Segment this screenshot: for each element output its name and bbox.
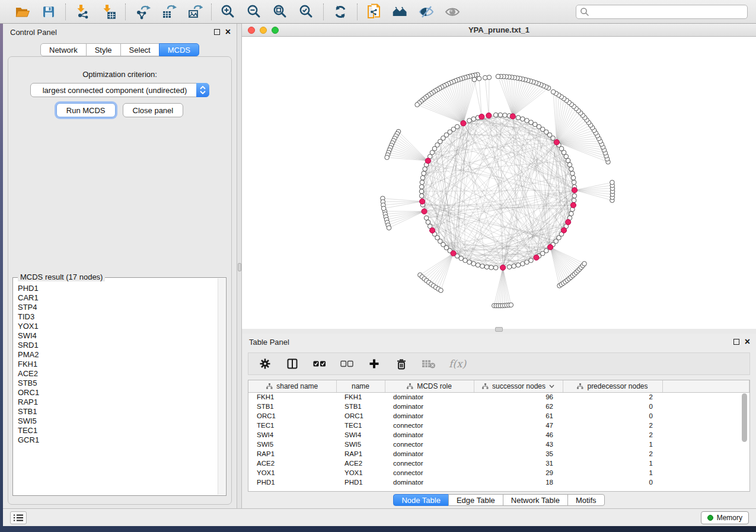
- search-field-wrap: [576, 5, 748, 19]
- status-bar: Memory: [3, 508, 756, 526]
- mcds-result-item[interactable]: STB1: [18, 407, 218, 416]
- search-input[interactable]: [576, 5, 748, 19]
- table-row[interactable]: YOX1YOX1connector291: [248, 468, 749, 477]
- import-table-icon[interactable]: [100, 4, 117, 20]
- export-table-icon[interactable]: [160, 4, 177, 20]
- clone-network-icon[interactable]: [366, 4, 382, 20]
- table-row[interactable]: TEC1TEC1connector472: [248, 421, 749, 430]
- mcds-result-item[interactable]: GCR1: [18, 435, 218, 445]
- table-scrollbar-thumb[interactable]: [742, 393, 747, 442]
- zoom-out-icon[interactable]: [246, 4, 263, 20]
- criterion-select[interactable]: largest connected component (undirected): [30, 83, 209, 97]
- mcds-result-item[interactable]: SWI5: [18, 416, 218, 426]
- mcds-result-scrollbar[interactable]: [218, 278, 225, 495]
- save-session-icon[interactable]: [40, 4, 57, 20]
- zoom-selected-icon[interactable]: [298, 4, 315, 20]
- delete-column-icon[interactable]: [394, 357, 409, 371]
- shared-column-icon: [266, 383, 273, 389]
- table-row[interactable]: FKH1FKH1dominator962: [248, 392, 749, 402]
- run-mcds-button[interactable]: Run MCDS: [56, 103, 116, 117]
- mcds-result-item[interactable]: RAP1: [18, 398, 218, 407]
- shared-column-icon: [482, 383, 489, 389]
- splitter-grip[interactable]: [238, 263, 241, 271]
- tab-network[interactable]: Network: [40, 43, 87, 56]
- float-window-icon[interactable]: [214, 29, 220, 35]
- network-canvas[interactable]: [242, 37, 756, 329]
- mcds-result-list[interactable]: PHD1CAR1STP4TID3YOX1SWI4SRD1PMA2FKH1ACE2…: [18, 284, 218, 494]
- mcds-result-item[interactable]: FKH1: [18, 360, 218, 369]
- table-row[interactable]: RAP1RAP1dominator352: [248, 449, 749, 459]
- tab-edge-table[interactable]: Edge Table: [448, 494, 503, 506]
- split-panel-icon[interactable]: [285, 357, 299, 371]
- tab-select[interactable]: Select: [120, 43, 160, 56]
- deselect-all-icon[interactable]: [340, 357, 354, 371]
- vertical-splitter[interactable]: [237, 24, 242, 508]
- task-history-button[interactable]: [10, 511, 27, 524]
- shared-column-icon: [577, 383, 583, 389]
- hide-details-icon[interactable]: [418, 4, 435, 20]
- mcds-result-item[interactable]: ACE2: [18, 369, 218, 379]
- mcds-result-item[interactable]: TID3: [18, 312, 218, 322]
- mcds-result-item[interactable]: TEC1: [18, 426, 218, 435]
- import-network-icon[interactable]: [74, 4, 91, 20]
- mcds-result-item[interactable]: SWI4: [18, 331, 218, 341]
- criterion-select-value: largest connected component (undirected): [31, 86, 196, 95]
- search-icon: [580, 7, 589, 18]
- tab-mcds[interactable]: MCDS: [159, 43, 199, 56]
- select-all-icon[interactable]: [312, 357, 327, 371]
- mcds-result-group: MCDS result (17 nodes) PHD1CAR1STP4TID3Y…: [12, 277, 227, 496]
- function-builder-icon: f(x): [449, 358, 466, 370]
- cytoscape-app: Control Panel × Network Style Select MCD…: [0, 0, 756, 532]
- tab-node-table[interactable]: Node Table: [393, 494, 449, 506]
- node-table-wrap: shared name name MCDS role successor nod…: [248, 380, 750, 492]
- mcds-result-item[interactable]: ORC1: [18, 388, 218, 398]
- main-toolbar: [0, 0, 756, 24]
- mcds-result-item[interactable]: YOX1: [18, 322, 218, 331]
- mcds-tab-panel: Optimization criterion: largest connecte…: [8, 56, 232, 505]
- float-window-icon[interactable]: [733, 339, 739, 345]
- shared-column-icon: [407, 383, 413, 389]
- export-network-icon[interactable]: [134, 4, 151, 20]
- mcds-result-item[interactable]: STP4: [18, 303, 218, 312]
- node-table[interactable]: shared name name MCDS role successor nod…: [248, 380, 749, 487]
- show-details-icon[interactable]: [444, 4, 461, 20]
- tab-motifs[interactable]: Motifs: [567, 494, 605, 506]
- table-row[interactable]: SWI4SWI4dominator462: [248, 430, 749, 440]
- table-row[interactable]: PHD1PHD1dominator180: [248, 477, 749, 487]
- network-overview-icon[interactable]: [392, 4, 409, 20]
- tab-network-table[interactable]: Network Table: [503, 494, 568, 506]
- control-panel-title: Control Panel: [10, 28, 57, 37]
- mcds-result-item[interactable]: PHD1: [18, 284, 218, 293]
- table-row[interactable]: ORC1ORC1dominator610: [248, 411, 749, 421]
- mcds-result-item[interactable]: STB5: [18, 379, 218, 388]
- memory-button[interactable]: Memory: [701, 511, 749, 524]
- zoom-in-icon[interactable]: [220, 4, 237, 20]
- control-panel-titlebar: Control Panel ×: [3, 24, 237, 40]
- network-graph[interactable]: [242, 37, 756, 329]
- table-panel-title: Table Panel: [249, 338, 289, 347]
- refresh-icon[interactable]: [332, 4, 349, 20]
- network-window-title: YPA_prune.txt_1: [242, 25, 756, 34]
- splitter-grip[interactable]: [495, 327, 503, 332]
- horizontal-splitter[interactable]: [242, 329, 756, 334]
- settings-gear-icon[interactable]: [258, 357, 272, 371]
- mcds-result-item[interactable]: SRD1: [18, 341, 218, 350]
- close-panel-icon[interactable]: ×: [225, 29, 231, 35]
- table-row[interactable]: STB1STB1dominator620: [248, 402, 749, 411]
- sort-chevron-icon: [549, 384, 554, 388]
- mcds-result-item[interactable]: PMA2: [18, 350, 218, 360]
- tab-style[interactable]: Style: [86, 43, 121, 56]
- control-panel-tabs: Network Style Select MCDS: [40, 43, 199, 56]
- open-file-icon[interactable]: [14, 4, 31, 20]
- mcds-result-item[interactable]: CAR1: [18, 293, 218, 303]
- table-scrollbar[interactable]: [741, 393, 748, 490]
- add-column-icon[interactable]: [367, 357, 381, 371]
- table-panel-titlebar: Table Panel ×: [242, 334, 756, 350]
- table-header-row[interactable]: shared name name MCDS role successor nod…: [248, 380, 749, 392]
- close-panel-icon[interactable]: ×: [745, 339, 750, 345]
- table-row[interactable]: ACE2ACE2connector311: [248, 459, 749, 468]
- close-panel-button[interactable]: Close panel: [123, 103, 184, 117]
- export-image-icon[interactable]: [186, 4, 203, 20]
- table-row[interactable]: SWI5SWI5connector431: [248, 440, 749, 449]
- zoom-fit-icon[interactable]: [272, 4, 289, 20]
